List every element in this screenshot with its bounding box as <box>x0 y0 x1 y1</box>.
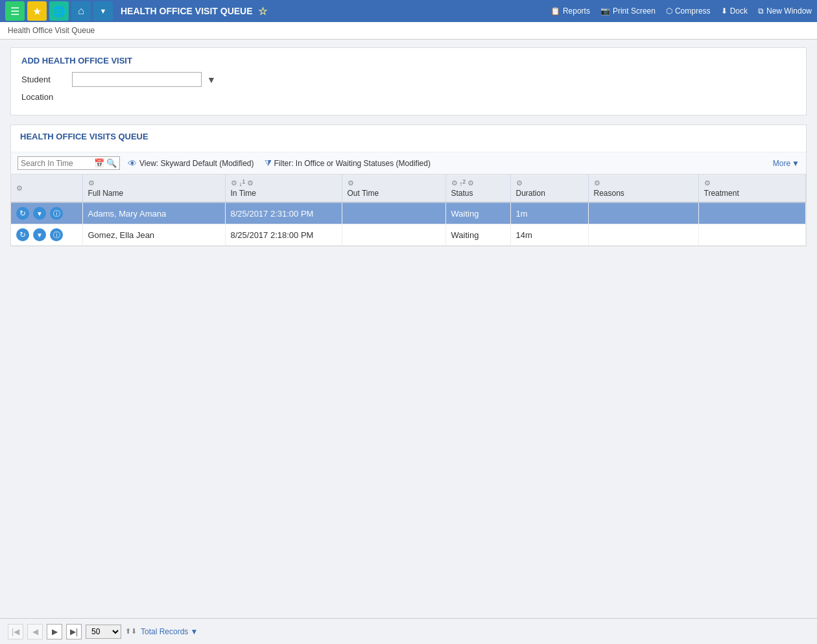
total-records-chevron-icon: ▼ <box>190 627 198 636</box>
menu-icon-btn[interactable]: ☰ <box>5 1 25 21</box>
row-status: Waiting <box>445 224 510 246</box>
col-header-duration[interactable]: ⚙ Duration <box>510 174 588 202</box>
queue-header: HEALTH OFFICE VISITS QUEUE <box>11 125 806 152</box>
breadcrumb: Health Office Visit Queue <box>0 22 817 40</box>
student-dropdown-arrow[interactable]: ▼ <box>207 75 216 85</box>
add-visit-section: ADD HEALTH OFFICE VISIT Student ▼ Locati… <box>10 47 807 115</box>
col-header-treatment[interactable]: ⚙ Treatment <box>698 174 806 202</box>
prev-page-button[interactable]: ◀ <box>27 624 43 639</box>
compress-button[interactable]: ⬡ Compress <box>666 6 711 16</box>
filter-button[interactable]: ⧩ Filter: In Office or Waiting Statuses … <box>262 157 433 170</box>
col-gear-reasons-icon[interactable]: ⚙ <box>594 179 600 187</box>
col-gear-out-time-icon[interactable]: ⚙ <box>348 179 354 187</box>
col-header-in-time[interactable]: ⚙ ↓1 ⚙ In Time <box>225 174 342 202</box>
row-duration: 1m <box>510 202 588 224</box>
row-dropdown-icon[interactable]: ▼ <box>33 207 46 220</box>
total-records-button[interactable]: Total Records ▼ <box>141 627 198 636</box>
col-gear-icon[interactable]: ⚙ <box>16 184 23 193</box>
queue-section: HEALTH OFFICE VISITS QUEUE 📅 🔍 👁 View: S… <box>10 125 807 246</box>
col-gear-status2-icon[interactable]: ⚙ <box>468 179 474 187</box>
row-info-icon[interactable]: ⓘ <box>50 228 63 241</box>
col-gear-full-name-icon[interactable]: ⚙ <box>88 179 95 187</box>
more-chevron-icon: ▼ <box>792 159 799 168</box>
student-label: Student <box>21 75 67 84</box>
table-row[interactable]: ↻ ▼ ⓘ Adams, Mary Amana 8/25/2017 2:31:0… <box>11 202 806 224</box>
reports-button[interactable]: 📋 Reports <box>551 6 590 16</box>
row-treatment <box>698 202 806 224</box>
reports-icon: 📋 <box>551 6 560 16</box>
print-screen-button[interactable]: 📷 Print Screen <box>600 6 656 16</box>
add-visit-header: ADD HEALTH OFFICE VISIT <box>21 56 796 66</box>
row-out-time <box>342 202 445 224</box>
row-treatment <box>698 224 806 246</box>
col-header-out-time[interactable]: ⚙ Out Time <box>342 174 445 202</box>
row-full-name: Adams, Mary Amana <box>82 202 225 224</box>
queue-toolbar: 📅 🔍 👁 View: Skyward Default (Modified) ⧩… <box>11 152 806 174</box>
location-row: Location <box>21 92 796 102</box>
row-reasons <box>588 202 698 224</box>
calendar-icon[interactable]: 📅 <box>94 158 104 168</box>
search-box[interactable]: 📅 🔍 <box>18 156 120 170</box>
title-text: HEALTH OFFICE VISIT QUEUE <box>121 6 253 16</box>
more-button[interactable]: More ▼ <box>773 159 799 168</box>
search-input[interactable] <box>21 159 92 168</box>
row-info-icon[interactable]: ⓘ <box>50 207 63 220</box>
col-gear-treatment-icon[interactable]: ⚙ <box>704 179 711 187</box>
per-page-stepper-icon: ⬆⬇ <box>125 627 137 636</box>
pagination: |◀ ◀ ▶ ▶| 10 25 50 100 ⬆⬇ Total Records … <box>0 618 817 644</box>
row-status: Waiting <box>445 202 510 224</box>
student-input[interactable] <box>72 72 202 87</box>
row-reasons <box>588 224 698 246</box>
compress-icon: ⬡ <box>666 6 672 16</box>
sort-in-time-icon: ↓1 <box>239 178 246 187</box>
eye-icon: 👁 <box>128 158 137 169</box>
dropdown-chevron-btn[interactable]: ▼ <box>93 1 113 21</box>
row-out-time <box>342 224 445 246</box>
col-gear-in-time2-icon[interactable]: ⚙ <box>247 179 254 187</box>
queue-section-header: HEALTH OFFICE VISITS QUEUE <box>20 132 797 141</box>
table-header-row: ⚙ ⚙ Full Name <box>11 174 806 202</box>
row-full-name: Gomez, Ella Jean <box>82 224 225 246</box>
row-dropdown-icon[interactable]: ▼ <box>33 228 46 241</box>
search-icon[interactable]: 🔍 <box>106 158 117 168</box>
dock-button[interactable]: ⬇ Dock <box>721 6 748 16</box>
row-actions-cell: ↻ ▼ ⓘ <box>11 202 82 224</box>
col-header-full-name[interactable]: ⚙ Full Name <box>82 174 225 202</box>
home-icon-btn[interactable]: ⌂ <box>71 1 91 21</box>
last-page-button[interactable]: ▶| <box>66 624 82 639</box>
page-title: HEALTH OFFICE VISIT QUEUE ☆ <box>115 5 548 18</box>
per-page-select[interactable]: 10 25 50 100 <box>86 625 121 639</box>
col-gear-in-time-icon[interactable]: ⚙ <box>231 179 237 187</box>
row-refresh-icon[interactable]: ↻ <box>16 228 29 241</box>
topbar: ☰ ★ 🌐 ⌂ ▼ HEALTH OFFICE VISIT QUEUE ☆ 📋 … <box>0 0 817 22</box>
col-header-reasons[interactable]: ⚙ Reasons <box>588 174 698 202</box>
new-window-icon: ⧉ <box>758 6 764 16</box>
print-screen-icon: 📷 <box>600 6 610 16</box>
row-refresh-icon[interactable]: ↻ <box>16 207 29 220</box>
topbar-actions: 📋 Reports 📷 Print Screen ⬡ Compress ⬇ Do… <box>551 6 812 16</box>
row-in-time: 8/25/2017 2:18:00 PM <box>225 224 342 246</box>
row-in-time: 8/25/2017 2:31:00 PM <box>225 202 342 224</box>
sort-status-icon: ↑2 <box>460 178 466 187</box>
globe-icon-btn[interactable]: 🌐 <box>49 1 69 21</box>
main-content: ADD HEALTH OFFICE VISIT Student ▼ Locati… <box>0 40 817 643</box>
col-gear-duration-icon[interactable]: ⚙ <box>516 179 523 187</box>
row-duration: 14m <box>510 224 588 246</box>
table-row[interactable]: ↻ ▼ ⓘ Gomez, Ella Jean 8/25/2017 2:18:00… <box>11 224 806 246</box>
data-table: ⚙ ⚙ Full Name <box>11 174 806 246</box>
view-selector-button[interactable]: 👁 View: Skyward Default (Modified) <box>125 157 257 170</box>
col-header-status[interactable]: ⚙ ↑2 ⚙ Status <box>445 174 510 202</box>
row-actions-cell: ↻ ▼ ⓘ <box>11 224 82 246</box>
new-window-button[interactable]: ⧉ New Window <box>758 6 812 16</box>
next-page-button[interactable]: ▶ <box>47 624 62 639</box>
first-page-button[interactable]: |◀ <box>8 624 23 639</box>
student-row: Student ▼ <box>21 72 796 87</box>
col-header-actions: ⚙ <box>11 174 82 202</box>
filter-icon: ⧩ <box>265 158 272 169</box>
col-gear-status-icon[interactable]: ⚙ <box>451 179 458 187</box>
star-icon-btn[interactable]: ★ <box>27 1 47 21</box>
favorite-star-icon[interactable]: ☆ <box>258 5 267 18</box>
dock-icon: ⬇ <box>721 6 728 16</box>
location-label: Location <box>21 92 67 102</box>
